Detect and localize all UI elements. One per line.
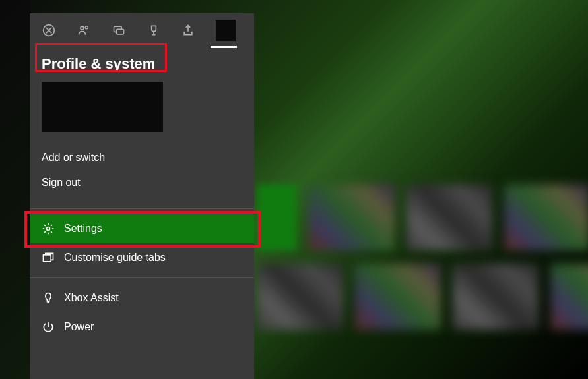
power-label: Power xyxy=(64,321,94,333)
profile-tab-avatar[interactable] xyxy=(216,20,236,41)
svg-point-2 xyxy=(85,26,88,29)
power-icon xyxy=(42,320,55,334)
bg-tile xyxy=(257,185,297,250)
bg-tile xyxy=(309,185,395,250)
power-button[interactable]: Power xyxy=(30,312,254,341)
achievements-icon[interactable] xyxy=(146,22,161,38)
bg-tile xyxy=(257,264,343,330)
bg-tile xyxy=(550,264,588,330)
settings-label: Settings xyxy=(64,223,102,235)
customise-guide-tabs-button[interactable]: Customise guide tabs xyxy=(30,243,254,272)
chat-icon[interactable] xyxy=(111,22,126,38)
sign-out-button[interactable]: Sign out xyxy=(42,170,242,195)
tabs-icon xyxy=(42,251,55,264)
left-edge-strip xyxy=(0,0,30,379)
background-game-tiles xyxy=(257,185,588,330)
guide-panel: Profile & system Add or switch Sign out … xyxy=(30,13,254,379)
gear-icon xyxy=(42,222,55,235)
share-icon[interactable] xyxy=(181,22,196,38)
help-menu-section: Xbox Assist Power xyxy=(30,277,254,341)
account-menu: Add or switch Sign out xyxy=(30,145,254,195)
profile-card[interactable] xyxy=(42,82,163,132)
settings-button[interactable]: Settings xyxy=(30,214,254,243)
bg-tile xyxy=(407,185,492,250)
bg-tile xyxy=(355,264,441,330)
svg-rect-6 xyxy=(44,255,51,262)
svg-point-1 xyxy=(81,26,84,30)
bg-tile xyxy=(453,264,539,330)
system-menu-section: Settings Customise guide tabs xyxy=(30,208,254,272)
xbox-assist-label: Xbox Assist xyxy=(64,292,119,304)
add-or-switch-button[interactable]: Add or switch xyxy=(42,145,242,170)
bulb-icon xyxy=(42,291,55,305)
active-tab-indicator xyxy=(211,46,237,48)
svg-point-5 xyxy=(47,227,50,231)
bg-tile xyxy=(504,185,588,250)
svg-rect-4 xyxy=(116,29,123,34)
people-icon[interactable] xyxy=(77,22,92,38)
customise-tabs-label: Customise guide tabs xyxy=(64,252,166,264)
xbox-icon[interactable] xyxy=(42,22,57,38)
guide-tab-row xyxy=(30,13,254,41)
xbox-assist-button[interactable]: Xbox Assist xyxy=(30,283,254,312)
